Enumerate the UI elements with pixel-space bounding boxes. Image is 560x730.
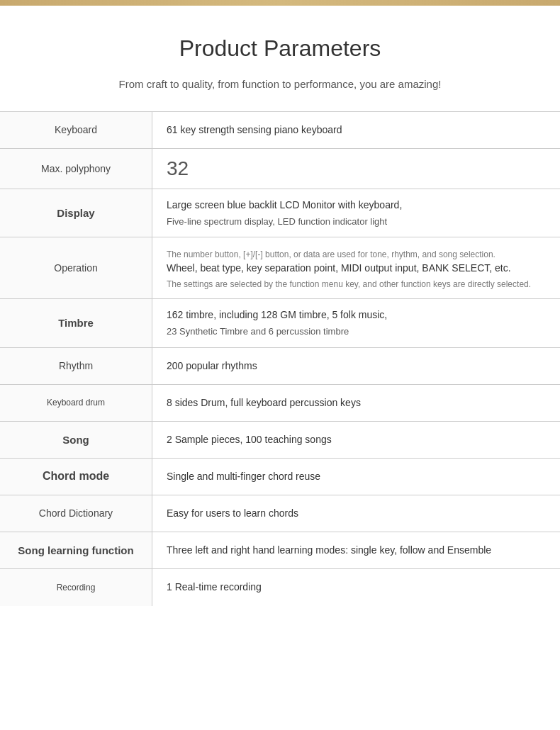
label-text-display: Display bbox=[57, 207, 94, 219]
value-polyphony: 32 bbox=[152, 149, 560, 189]
value-song-learning: Three left and right hand learning modes… bbox=[152, 532, 560, 568]
page-title: Product Parameters bbox=[14, 34, 546, 64]
label-text-song-learning: Song learning function bbox=[18, 544, 133, 556]
value-timbre: 162 timbre, including 128 GM timbre, 5 f… bbox=[152, 299, 560, 347]
label-text-song: Song bbox=[62, 434, 89, 446]
table-row-timbre: Timbre162 timbre, including 128 GM timbr… bbox=[0, 299, 560, 347]
value-text-keyboard: 61 key strength sensing piano keyboard bbox=[167, 123, 546, 137]
value-text-timbre: 23 Synthetic Timbre and 6 percussion tim… bbox=[167, 325, 546, 338]
label-song-learning: Song learning function bbox=[0, 532, 152, 568]
value-keyboard-drum: 8 sides Drum, full keyboard percussion k… bbox=[152, 385, 560, 421]
table-row-chord-mode: Chord modeSingle and multi-finger chord … bbox=[0, 459, 560, 495]
label-rhythm: Rhythm bbox=[0, 348, 152, 384]
label-song: Song bbox=[0, 422, 152, 458]
label-keyboard: Keyboard bbox=[0, 112, 152, 148]
value-text-keyboard-drum: 8 sides Drum, full keyboard percussion k… bbox=[167, 395, 546, 410]
label-text-chord-mode: Chord mode bbox=[43, 470, 109, 483]
label-text-keyboard-drum: Keyboard drum bbox=[47, 398, 105, 408]
value-keyboard: 61 key strength sensing piano keyboard bbox=[152, 112, 560, 148]
label-text-keyboard: Keyboard bbox=[55, 124, 97, 135]
value-recording: 1 Real-time recording bbox=[152, 569, 560, 606]
value-text-timbre: 162 timbre, including 128 GM timbre, 5 f… bbox=[167, 308, 546, 322]
label-operation: Operation bbox=[0, 237, 152, 299]
page-subtitle: From craft to quality, from function to … bbox=[14, 78, 546, 90]
label-timbre: Timbre bbox=[0, 299, 152, 347]
value-text-chord-dictionary: Easy for users to learn chords bbox=[167, 506, 546, 521]
label-text-timbre: Timbre bbox=[58, 317, 94, 329]
value-text-operation: Wheel, beat type, key separation point, … bbox=[167, 261, 546, 276]
label-recording: Recording bbox=[0, 569, 152, 606]
table-row-chord-dictionary: Chord DictionaryEasy for users to learn … bbox=[0, 495, 560, 532]
table-row-keyboard: Keyboard61 key strength sensing piano ke… bbox=[0, 112, 560, 149]
value-chord-dictionary: Easy for users to learn chords bbox=[152, 495, 560, 532]
page-header: Product Parameters From craft to quality… bbox=[0, 6, 560, 111]
label-text-recording: Recording bbox=[57, 583, 96, 593]
label-text-polyphony: Max. polyphony bbox=[41, 163, 111, 174]
label-keyboard-drum: Keyboard drum bbox=[0, 385, 152, 421]
table-row-operation: OperationThe number button, [+]/[-] butt… bbox=[0, 237, 560, 300]
value-song: 2 Sample pieces, 100 teaching songs bbox=[152, 422, 560, 458]
label-text-rhythm: Rhythm bbox=[59, 360, 93, 371]
table-row-polyphony: Max. polyphony32 bbox=[0, 149, 560, 189]
value-text-display: Large screen blue backlit LCD Monitor wi… bbox=[167, 198, 546, 213]
value-text-polyphony: 32 bbox=[167, 157, 546, 180]
value-text-display: Five-line spectrum display, LED function… bbox=[167, 215, 546, 228]
value-rhythm: 200 popular rhythms bbox=[152, 348, 560, 384]
value-text-rhythm: 200 popular rhythms bbox=[167, 359, 546, 374]
value-display: Large screen blue backlit LCD Monitor wi… bbox=[152, 189, 560, 237]
value-text-song: 2 Sample pieces, 100 teaching songs bbox=[167, 432, 546, 447]
label-polyphony: Max. polyphony bbox=[0, 149, 152, 189]
table-row-song: Song2 Sample pieces, 100 teaching songs bbox=[0, 422, 560, 459]
label-text-chord-dictionary: Chord Dictionary bbox=[39, 507, 113, 519]
value-text-song-learning: Three left and right hand learning modes… bbox=[167, 543, 546, 558]
value-operation: The number button, [+]/[-] button, or da… bbox=[152, 237, 560, 299]
value-text-operation: The settings are selected by the functio… bbox=[167, 279, 546, 291]
label-chord-dictionary: Chord Dictionary bbox=[0, 495, 152, 532]
top-bar bbox=[0, 0, 560, 6]
table-row-recording: Recording1 Real-time recording bbox=[0, 569, 560, 606]
value-chord-mode: Single and multi-finger chord reuse bbox=[152, 459, 560, 495]
value-text-recording: 1 Real-time recording bbox=[167, 580, 546, 595]
label-display: Display bbox=[0, 189, 152, 237]
parameters-table: Keyboard61 key strength sensing piano ke… bbox=[0, 111, 560, 606]
table-row-keyboard-drum: Keyboard drum8 sides Drum, full keyboard… bbox=[0, 385, 560, 422]
table-row-song-learning: Song learning functionThree left and rig… bbox=[0, 532, 560, 569]
table-row-display: DisplayLarge screen blue backlit LCD Mon… bbox=[0, 189, 560, 237]
value-text-chord-mode: Single and multi-finger chord reuse bbox=[167, 469, 546, 484]
table-row-rhythm: Rhythm200 popular rhythms bbox=[0, 348, 560, 385]
label-text-operation: Operation bbox=[54, 262, 97, 274]
value-text-operation: The number button, [+]/[-] button, or da… bbox=[167, 249, 546, 261]
label-chord-mode: Chord mode bbox=[0, 459, 152, 495]
